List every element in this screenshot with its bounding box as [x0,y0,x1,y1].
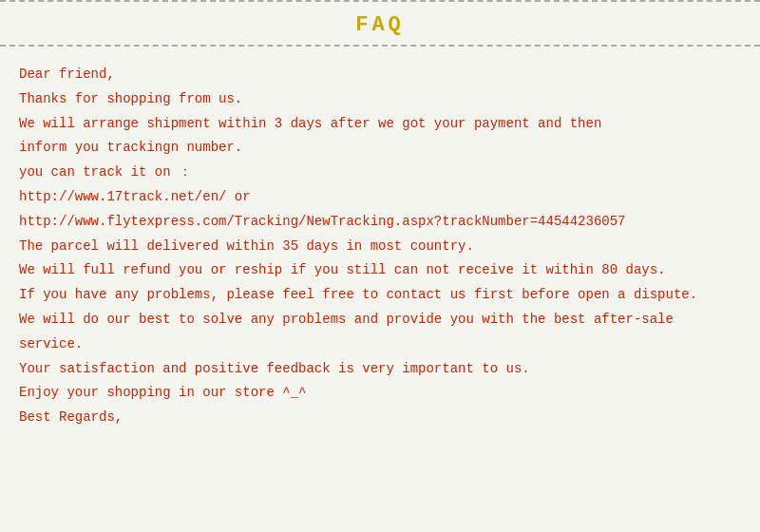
content-line: Best Regards, [19,407,741,429]
content-line: The parcel will delivered within 35 days… [19,236,741,258]
faq-title: FAQ [355,13,405,37]
content-line: Thanks for shopping from us. [19,88,741,111]
content-line: Enjoy your shopping in our store ^_^ [19,382,741,405]
page-container: FAQ Dear friend,Thanks for shopping from… [0,0,760,532]
content-line: service. [19,333,741,356]
content-line: We will do our best to solve any problem… [19,309,741,332]
content-line: you can track it on ： [19,162,741,184]
content-line: http://www.17track.net/en/ or [19,186,741,209]
content-line: Dear friend, [19,64,741,86]
content-line: We will arrange shipment within 3 days a… [19,113,741,136]
content-line: inform you trackingn number. [19,137,741,160]
content-section: Dear friend,Thanks for shopping from us.… [0,47,760,446]
content-line: Your satisfaction and positive feedback … [19,358,741,381]
content-line: http://www.flytexpress.com/Tracking/NewT… [19,211,741,234]
header-section: FAQ [0,0,760,47]
content-line: If you have any problems, please feel fr… [19,284,741,307]
content-line: We will full refund you or reship if you… [19,259,741,282]
